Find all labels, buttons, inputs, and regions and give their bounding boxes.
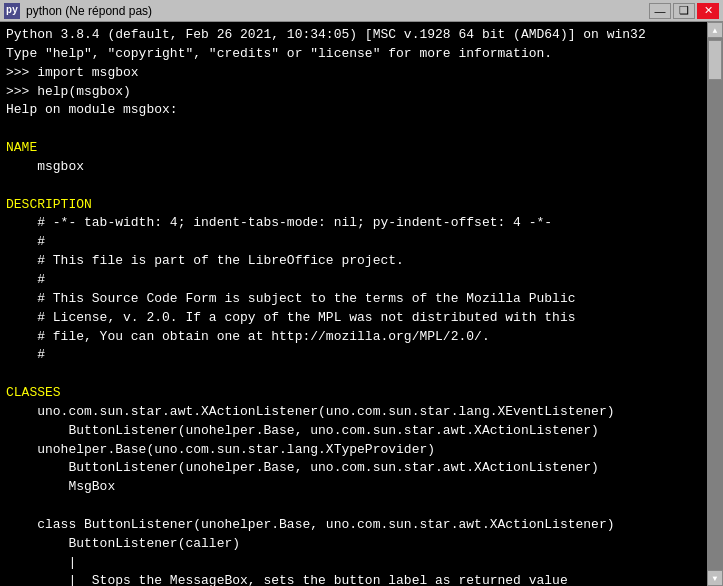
console-area: Python 3.8.4 (default, Feb 26 2021, 10:3… [0,22,723,586]
title-bar-buttons: — ❑ ✕ [649,3,719,19]
scrollbar-down-arrow[interactable]: ▼ [707,570,723,586]
title-bar: py python (Ne répond pas) — ❑ ✕ [0,0,723,22]
title-bar-text: python (Ne répond pas) [26,4,152,18]
app-icon: py [4,3,20,19]
close-button[interactable]: ✕ [697,3,719,19]
scrollbar-track[interactable] [707,38,723,570]
scrollbar-up-arrow[interactable]: ▲ [707,22,723,38]
restore-button[interactable]: ❑ [673,3,695,19]
minimize-button[interactable]: — [649,3,671,19]
console-output: Python 3.8.4 (default, Feb 26 2021, 10:3… [6,26,717,586]
scrollbar-thumb[interactable] [708,40,722,80]
app-icon-label: py [6,5,18,16]
scrollbar[interactable]: ▲ ▼ [707,22,723,586]
title-bar-left: py python (Ne répond pas) [4,3,152,19]
